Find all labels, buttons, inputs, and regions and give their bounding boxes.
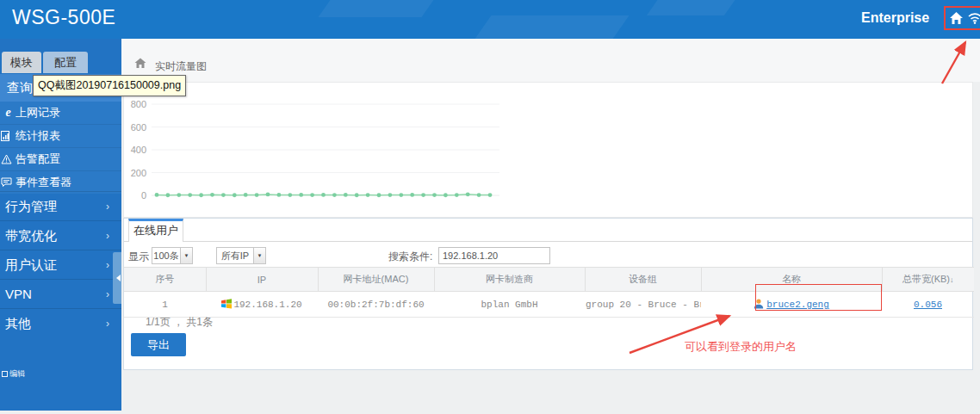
svg-text:200: 200 [131, 168, 146, 178]
speech-bubble-icon [1, 177, 16, 188]
sidebar-tab-config[interactable]: 配置 [43, 52, 88, 73]
ip-filter-value: 所有IP [217, 248, 253, 263]
svg-text:400: 400 [131, 145, 146, 155]
sidebar-group-label: 其他 [5, 316, 31, 331]
sidebar-footer-label: 编辑 [9, 368, 25, 380]
col-device-group: 设备组 [585, 268, 701, 292]
cell-total-bandwidth: 0.056 [882, 292, 974, 318]
sidebar-item-label: 统计报表 [16, 125, 60, 147]
svg-text:0: 0 [141, 190, 146, 201]
sidebar-item-label: 告警配置 [16, 148, 60, 170]
sidebar-item-internet-records[interactable]: e 上网记录 [0, 102, 121, 124]
col-total-bandwidth[interactable]: 总带宽(KB)↓ [882, 268, 974, 292]
report-chart-icon [1, 131, 16, 141]
warning-triangle-icon [1, 154, 16, 164]
col-name: 名称 [701, 268, 882, 292]
cell-mac: 00:0b:2f:7b:df:60 [318, 292, 434, 318]
col-label: 总带宽(KB) [902, 274, 950, 284]
col-mac: 网卡地址(MAC) [318, 268, 434, 292]
ip-filter-select[interactable]: 所有IP ▼ [216, 247, 266, 264]
sidebar-group-behavior-management[interactable]: 行为管理 › [0, 191, 121, 220]
ip-value: 192.168.1.20 [233, 300, 301, 310]
chevron-right-icon: › [106, 280, 109, 309]
cell-index: 1 [124, 292, 206, 318]
page-size-value: 100条 [152, 248, 180, 263]
show-label: 显示 [128, 250, 149, 264]
sidebar-group-label: 行为管理 [5, 199, 57, 213]
sidebar-group-bandwidth-optimization[interactable]: 带宽优化 › [0, 220, 121, 250]
sidebar-submenu: e 上网记录 统计报表 告警配置 事件查看器 [0, 102, 121, 194]
sidebar-group-vpn[interactable]: VPN › [0, 279, 121, 308]
online-users-table: 序号 IP 网卡地址(MAC) 网卡制造商 设备组 名称 总带宽(KB)↓ 1 … [124, 267, 974, 318]
cell-name: bruce2.geng [701, 292, 882, 318]
sidebar-footer-edit[interactable]: 编辑 [2, 368, 25, 380]
product-title: WSG-500E [12, 6, 115, 29]
edit-icon [2, 371, 8, 377]
breadcrumb: 实时流量图 [155, 59, 207, 74]
header-deco [647, 0, 740, 15]
tab-online-users[interactable]: 在线用户 [128, 219, 183, 242]
chevron-right-icon: › [106, 250, 109, 280]
col-ip: IP [206, 268, 318, 292]
sidebar-group-other[interactable]: 其他 › [0, 308, 121, 337]
col-vendor: 网卡制造商 [434, 268, 585, 292]
sidebar-tab-module[interactable]: 模块 [2, 52, 41, 73]
chevron-right-icon: › [106, 221, 109, 250]
sidebar-group-label: 带宽优化 [5, 228, 57, 243]
page-size-select[interactable]: 100条 ▼ [152, 247, 193, 264]
top-bar: WSG-500E Enterprise [0, 0, 980, 39]
windows-os-icon [221, 299, 232, 309]
browser-e-icon: e [1, 102, 16, 124]
brand-label: Enterprise [861, 10, 929, 26]
table-row: 1 192.168.1.20 00:0b:2f:7b:df:60 bplan G… [124, 292, 974, 318]
search-label: 搜索条件: [388, 250, 432, 264]
app-window: WSG-500E Enterprise 模块 配置 查询统计 e 上网 [0, 0, 980, 414]
svg-text:800: 800 [131, 99, 146, 109]
chevron-left-icon [116, 275, 121, 281]
tab-strip [124, 219, 972, 242]
annotation-note: 可以看到登录的用户名 [685, 339, 797, 355]
header-icons-highlight-box [944, 6, 980, 30]
export-button[interactable]: 导出 [131, 333, 186, 356]
username-link[interactable]: bruce2.geng [766, 300, 829, 310]
col-index: 序号 [124, 268, 206, 292]
sort-desc-icon: ↓ [950, 275, 954, 284]
filename-tooltip: QQ截图20190716150009.png [33, 75, 186, 96]
header-deco [318, 0, 439, 17]
traffic-line-chart: 8006004002000 [124, 83, 971, 215]
breadcrumb-home-icon[interactable] [134, 58, 146, 69]
sidebar-item-event-viewer[interactable]: 事件查看器 [0, 170, 121, 194]
breadcrumb-bar: 实时流量图 [121, 39, 980, 82]
chevron-down-icon: ▼ [180, 248, 192, 263]
chevron-right-icon: › [106, 192, 109, 221]
sidebar-group-label: 用户认证 [5, 257, 57, 272]
sidebar-item-label: 上网记录 [16, 102, 60, 124]
online-users-panel: 在线用户 显示 100条 ▼ 所有IP ▼ 搜索条件: 序号 IP 网卡地址(M… [123, 218, 973, 370]
user-icon [754, 299, 764, 309]
sidebar-group-label: VPN [5, 287, 32, 301]
wifi-icon[interactable] [968, 12, 980, 24]
cell-vendor: bplan GmbH [434, 292, 585, 318]
sidebar-group-user-authentication[interactable]: 用户认证 › [0, 250, 121, 279]
header-deco [473, 15, 629, 39]
chevron-right-icon: › [106, 309, 109, 338]
chevron-down-icon: ▼ [253, 248, 265, 263]
sidebar-item-alarm-config[interactable]: 告警配置 [0, 147, 121, 170]
cell-ip: 192.168.1.20 [206, 292, 318, 318]
search-input[interactable] [438, 247, 550, 264]
sidebar-item-statistics-report[interactable]: 统计报表 [0, 124, 121, 147]
cell-device-group: group 20 - Bruce - Bruce2,Se… [585, 292, 701, 318]
home-icon[interactable] [949, 11, 964, 25]
traffic-chart-panel: 8006004002000 [123, 82, 973, 218]
pagination-text: 1/1页 ， 共1条 [146, 315, 213, 330]
total-bandwidth-link[interactable]: 0.056 [914, 300, 942, 310]
table-header-row: 序号 IP 网卡地址(MAC) 网卡制造商 设备组 名称 总带宽(KB)↓ [124, 268, 974, 292]
svg-text:600: 600 [131, 122, 146, 133]
